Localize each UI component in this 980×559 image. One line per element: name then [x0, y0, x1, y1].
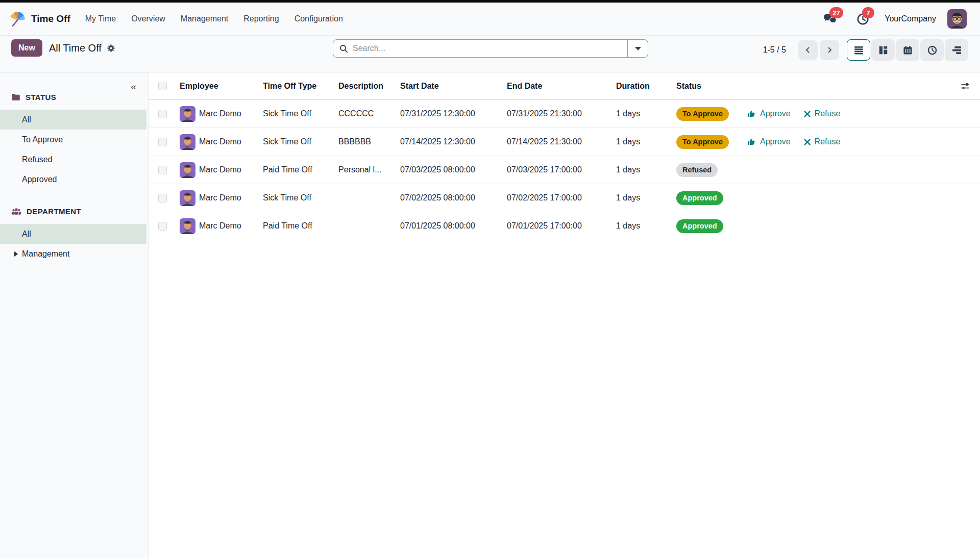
table-row[interactable]: Marc Demo Sick Time Off 07/02/2025 08:00… [149, 184, 980, 212]
sidebar-section-header: DEPARTMENT [0, 206, 149, 217]
duration-cell: 1 days [612, 137, 672, 146]
gear-icon [107, 44, 115, 53]
end-date-cell: 07/02/2025 17:00:00 [503, 193, 612, 202]
new-button[interactable]: New [11, 39, 42, 57]
action-menu-button[interactable] [107, 44, 115, 53]
time-off-type-cell: Sick Time Off [259, 109, 334, 118]
employee-name: Marc Demo [199, 165, 241, 174]
activities-count-badge: 7 [862, 7, 874, 18]
time-off-type-cell: Paid Time Off [259, 221, 334, 231]
top-navbar: Time Off My TimeOverviewManagementReport… [0, 3, 980, 36]
table-row[interactable]: Marc Demo Paid Time Off Personal l... 07… [149, 156, 980, 184]
refuse-button[interactable]: Refuse [804, 109, 841, 118]
duration-cell: 1 days [612, 109, 672, 118]
activity-view-button[interactable] [920, 39, 944, 61]
table-row[interactable]: Marc Demo Sick Time Off BBBBBB 07/14/202… [149, 128, 980, 156]
user-avatar[interactable] [947, 9, 967, 29]
sidebar-item-status-approved[interactable]: Approved [0, 169, 146, 189]
menu-item-reporting[interactable]: Reporting [236, 10, 286, 28]
calendar-view-button[interactable] [896, 39, 919, 61]
column-header-start-date[interactable]: Start Date [396, 82, 503, 91]
approve-button[interactable]: Approve [747, 109, 791, 118]
row-actions: Approve Refuse [745, 137, 980, 146]
messages-count-badge: 27 [829, 7, 843, 18]
view-switcher [847, 39, 968, 61]
column-header-description[interactable]: Description [334, 82, 396, 91]
column-header-status[interactable]: Status [672, 82, 745, 91]
employee-name: Marc Demo [199, 109, 241, 118]
sidebar-item-label: To Approve [22, 135, 63, 144]
company-switcher[interactable]: YourCompany [885, 14, 936, 23]
status-badge: Approved [676, 219, 723, 233]
sidebar-item-status-refused[interactable]: Refused [0, 149, 146, 169]
column-header-employee[interactable]: Employee [176, 82, 259, 91]
kanban-view-icon [878, 45, 888, 55]
sidebar-item-department-all[interactable]: All [0, 224, 146, 244]
thumbs-up-icon [747, 109, 756, 118]
menu-item-my-time[interactable]: My Time [78, 10, 124, 28]
column-header-end-date[interactable]: End Date [503, 82, 612, 91]
row-checkbox[interactable] [158, 166, 167, 174]
gantt-view-button[interactable] [945, 39, 968, 61]
table-row[interactable]: Marc Demo Paid Time Off 07/01/2025 08:00… [149, 212, 980, 240]
end-date-cell: 07/31/2025 21:30:00 [503, 109, 612, 118]
control-panel: New All Time Off [0, 36, 980, 72]
kanban-view-button[interactable] [871, 39, 895, 61]
activities-button[interactable]: 7 [854, 11, 871, 27]
expand-caret-icon[interactable] [14, 251, 18, 257]
start-date-cell: 07/02/2025 08:00:00 [396, 193, 503, 202]
menu-item-configuration[interactable]: Configuration [287, 10, 351, 28]
sidebar-item-department-management[interactable]: Management [0, 244, 146, 264]
row-checkbox[interactable] [158, 110, 167, 118]
employee-name: Marc Demo [199, 193, 241, 202]
employee-avatar [180, 190, 195, 206]
refuse-button[interactable]: Refuse [804, 137, 841, 146]
gantt-view-icon [952, 45, 962, 55]
status-badge: Approved [676, 191, 723, 205]
row-checkbox[interactable] [158, 138, 167, 146]
search-input[interactable] [353, 44, 621, 53]
list-view: EmployeeTime Off TypeDescriptionStart Da… [149, 72, 980, 559]
pager-previous-button[interactable] [798, 40, 818, 60]
sidebar-sections: STATUS All To Approve Refused Approved [0, 91, 149, 264]
sidebar-item-label: All [22, 115, 31, 124]
pager-next-button[interactable] [820, 40, 839, 60]
table-row[interactable]: Marc Demo Sick Time Off CCCCCC 07/31/202… [149, 100, 980, 128]
sidebar-item-status-to-approve[interactable]: To Approve [0, 130, 146, 149]
time-off-type-cell: Sick Time Off [259, 137, 334, 146]
search-options-toggle[interactable] [627, 40, 648, 57]
dropdown-caret-icon [635, 47, 641, 50]
employee-name: Marc Demo [199, 137, 241, 146]
apps-menu-button[interactable]: Time Off [8, 10, 70, 28]
start-date-cell: 07/14/2025 12:30:00 [396, 137, 503, 146]
start-date-cell: 07/31/2025 12:30:00 [396, 109, 503, 118]
select-all-checkbox[interactable] [158, 82, 167, 90]
breadcrumb: All Time Off [49, 42, 102, 54]
row-checkbox[interactable] [158, 194, 167, 202]
sidebar-section-items: All To Approve Refused Approved [0, 110, 149, 189]
column-header-duration[interactable]: Duration [612, 82, 672, 91]
status-badge: To Approve [676, 107, 729, 121]
optional-columns-button[interactable] [961, 82, 970, 91]
description-cell: CCCCCC [334, 109, 396, 118]
description-cell: BBBBBB [334, 137, 396, 146]
collapse-sidebar-icon[interactable]: « [131, 82, 136, 91]
column-header-time-off-type[interactable]: Time Off Type [259, 82, 334, 91]
messages-button[interactable]: 27 [821, 11, 839, 27]
sidebar-item-label: Management [22, 249, 69, 259]
menu-item-overview[interactable]: Overview [124, 10, 173, 28]
navbar-right: 27 7 YourCompany [821, 9, 967, 29]
employee-avatar [180, 218, 195, 234]
time-off-type-cell: Paid Time Off [259, 165, 334, 174]
sidebar-item-label: All [22, 230, 31, 239]
status-badge: Refused [676, 163, 718, 177]
folder-icon [11, 93, 20, 101]
sidebar-item-status-all[interactable]: All [0, 110, 146, 130]
end-date-cell: 07/03/2025 17:00:00 [503, 165, 612, 174]
approve-button[interactable]: Approve [747, 137, 791, 146]
sidebar-section-department: DEPARTMENT All Management [0, 206, 149, 264]
app-name: Time Off [31, 13, 70, 24]
list-view-button[interactable] [847, 39, 870, 61]
row-checkbox[interactable] [158, 222, 167, 231]
menu-item-management[interactable]: Management [173, 10, 236, 28]
